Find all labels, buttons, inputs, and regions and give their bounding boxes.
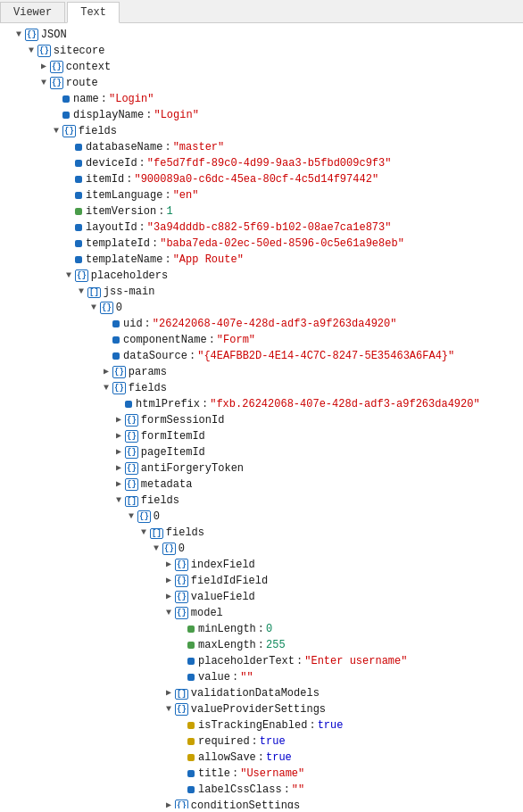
bullet-displayname	[62, 112, 70, 119]
node-jss0: ▼ {} 0	[0, 300, 523, 808]
obj-icon: {}	[125, 430, 138, 443]
node-valueprovidersettings: ▼ {} valueProviderSettings	[0, 701, 523, 798]
row-uid: uid : "26242068-407e-428d-adf3-a9f263da4…	[0, 316, 523, 332]
bullet-name	[62, 95, 70, 103]
obj-icon: {}	[25, 29, 38, 41]
obj-icon: {}	[112, 382, 126, 394]
row-placeholdertext: placeholderText : "Enter username"	[0, 653, 523, 669]
node-json: ▼ {} JSON ▼ {} sitecore ▶	[0, 27, 523, 808]
obj-icon: {}	[175, 703, 188, 716]
node-model: ▼ {} model	[0, 605, 523, 685]
row-layoutid: layoutId : "3a94dddb-c882-5f69-b102-08ae…	[0, 220, 523, 236]
row-allowsave: allowSave : true	[0, 750, 523, 766]
node-metadata: ▶ {} metadata	[0, 476, 523, 493]
arr-icon: []	[125, 493, 138, 508]
node-route: ▼ {} route name :	[0, 75, 523, 808]
row-value: value : ""	[0, 669, 523, 685]
row-dbname: databaseName : "master"	[0, 139, 523, 155]
row-deviceid: deviceId : "fe5d7fdf-89c0-4d99-9aa3-b5fb…	[0, 155, 523, 171]
tab-viewer[interactable]: Viewer	[0, 2, 65, 22]
name-val: "Login"	[109, 92, 154, 106]
row-templateid: templateId : "baba7eda-02ec-50ed-8596-0c…	[0, 236, 523, 252]
row-minlength: minLength : 0	[0, 621, 523, 637]
node-params: ▶ {} params	[0, 364, 523, 380]
row-name: name : "Login"	[0, 91, 523, 107]
obj-icon: {}	[175, 575, 188, 587]
params-label: params	[129, 365, 167, 379]
node-jssmain: ▼ [] jss-main	[0, 284, 523, 808]
node-antiforgery: ▶ {} antiForgeryToken	[0, 460, 523, 476]
arr-icon: []	[87, 285, 101, 299]
tab-bar: Viewer Text	[0, 0, 523, 23]
placeholders-label: placeholders	[91, 269, 168, 283]
obj-icon: {}	[37, 45, 51, 57]
node-valuefield: ▶ {} valueField	[0, 589, 523, 605]
row-htmlprefix: htmlPrefix : "fxb.26242068-407e-428d-adf…	[0, 396, 523, 412]
obj-icon: {}	[62, 125, 76, 137]
node-context: ▶ {} context	[0, 59, 523, 75]
row-itemlang: itemLanguage : "en"	[0, 187, 523, 203]
row-itemid: itemId : "900089a0-c6dc-45ea-80cf-4c5d14…	[0, 171, 523, 187]
node-pageitemid: ▶ {} pageItemId	[0, 444, 523, 460]
row-templatename: templateName : "App Route"	[0, 252, 523, 268]
row-required: required : true	[0, 733, 523, 750]
sitecore-label: sitecore	[54, 44, 105, 58]
route-label: route	[66, 76, 98, 90]
node-route-fields: ▼ {} fields	[0, 123, 523, 808]
json-label: JSON	[41, 28, 67, 42]
comp-fields-label: fields	[129, 381, 167, 395]
displayname-val: "Login"	[154, 108, 198, 122]
node-indexfield: ▶ {} indexField	[0, 557, 523, 573]
row-displayname: displayName : "Login"	[0, 107, 523, 123]
tree-container: ▼ {} JSON ▼ {} sitecore ▶	[0, 23, 523, 808]
row-labelcssclass: labelCssClass : ""	[0, 782, 523, 798]
obj-icon: {}	[125, 446, 138, 459]
node-fieldidfield: ▶ {} fieldIdField	[0, 573, 523, 589]
obj-icon: {}	[75, 269, 88, 282]
row-title: title : "Username"	[0, 766, 523, 782]
displayname-key: displayName	[73, 108, 144, 122]
arr-icon: []	[150, 526, 163, 540]
node-sitecore: ▼ {} sitecore ▶ {} context	[0, 43, 523, 808]
row-maxlength: maxLength : 255	[0, 637, 523, 653]
row-componentname: componentName : "Form"	[0, 332, 523, 348]
obj-icon: {}	[112, 366, 126, 378]
obj-icon: {}	[175, 800, 188, 808]
obj-icon: {}	[125, 462, 138, 475]
obj-icon: {}	[175, 607, 188, 619]
node-fields3: ▼ [] fields	[0, 493, 523, 808]
node-comp-fields: ▼ {} fields	[0, 380, 523, 808]
obj-icon: {}	[125, 478, 138, 491]
row-istracking: isTrackingEnabled : true	[0, 717, 523, 733]
tab-text[interactable]: Text	[67, 2, 120, 23]
jssmain-label: jss-main	[104, 285, 155, 299]
node-fields4-0: ▼ {} 0	[0, 541, 523, 808]
context-label: context	[66, 60, 111, 74]
obj-icon: {}	[175, 591, 188, 603]
row-itemver: itemVersion : 1	[0, 203, 523, 220]
arr-icon: []	[175, 686, 188, 700]
node-formitemid: ▶ {} formItemId	[0, 428, 523, 444]
node-fields3-0: ▼ {} 0	[0, 509, 523, 808]
obj-icon: {}	[162, 543, 176, 555]
obj-icon: {}	[137, 510, 151, 523]
obj-icon: {}	[50, 77, 63, 89]
jss0-label: 0	[116, 301, 122, 315]
node-fields4: ▼ [] fields	[0, 525, 523, 808]
obj-icon: {}	[50, 61, 63, 73]
obj-icon: {}	[125, 414, 138, 427]
obj-icon: {}	[100, 302, 113, 314]
obj-icon: {}	[175, 559, 188, 571]
node-validationmodels: ▶ [] validationDataModels	[0, 685, 523, 701]
name-key: name	[73, 92, 99, 106]
fields-label: fields	[79, 124, 117, 138]
node-conditionsettings: ▶ {} conditionSettings	[0, 798, 523, 808]
row-datasource: dataSource : "{4EAFBB2D-4E14-4C7C-8247-5…	[0, 348, 523, 364]
node-placeholders: ▼ {} placeholders	[0, 268, 523, 808]
node-formsessionid: ▶ {} formSessionId	[0, 412, 523, 428]
